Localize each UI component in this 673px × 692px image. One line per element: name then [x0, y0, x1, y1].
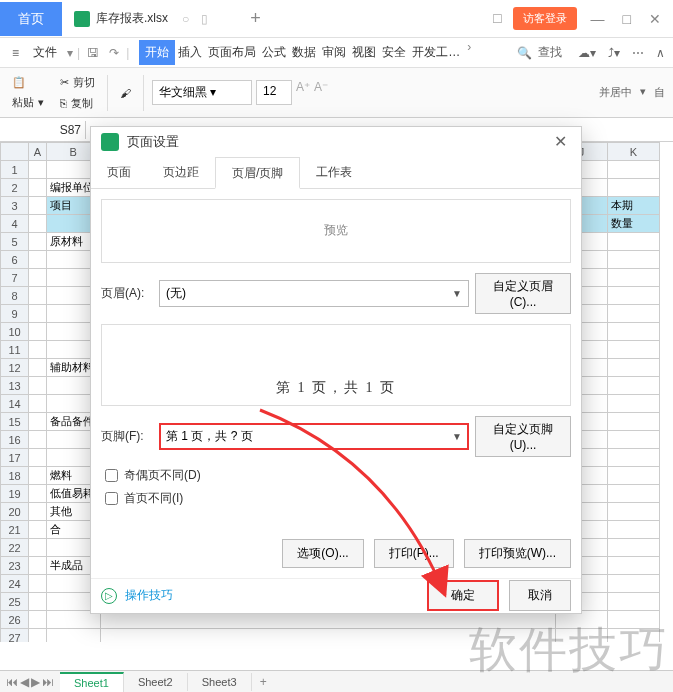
row-header[interactable]: 24: [1, 575, 29, 593]
row-header[interactable]: 18: [1, 467, 29, 485]
decrease-font-icon[interactable]: A⁻: [314, 80, 328, 105]
row-header[interactable]: 20: [1, 503, 29, 521]
sheet-nav-first[interactable]: ⏮: [6, 675, 18, 689]
collapse-ribbon-icon[interactable]: ∧: [656, 46, 665, 60]
search-label[interactable]: 查找: [538, 44, 562, 61]
cancel-button[interactable]: 取消: [509, 580, 571, 611]
row-header[interactable]: 7: [1, 269, 29, 287]
maximize-button[interactable]: □: [619, 7, 635, 31]
share-icon[interactable]: ⤴▾: [608, 46, 620, 60]
footer-select[interactable]: 第 1 页，共 ? 页▼: [159, 423, 469, 450]
chevron-down-icon: ▼: [452, 288, 462, 299]
sheet-nav-next[interactable]: ▶: [31, 675, 40, 689]
row-header[interactable]: 26: [1, 611, 29, 629]
row-header[interactable]: 27: [1, 629, 29, 643]
dialog-close-button[interactable]: ✕: [550, 128, 571, 155]
col-header[interactable]: A: [29, 143, 46, 161]
file-tab[interactable]: 库存报表.xlsx ○ ▯: [62, 4, 220, 33]
ribbon-tab-security[interactable]: 安全: [379, 40, 409, 65]
add-sheet-button[interactable]: +: [252, 675, 275, 689]
odd-even-checkbox[interactable]: [105, 469, 118, 482]
ribbon-tab-data[interactable]: 数据: [289, 40, 319, 65]
odd-even-label: 奇偶页不同(D): [124, 467, 201, 484]
print-button[interactable]: 打印(P)...: [374, 539, 454, 568]
row-header[interactable]: 6: [1, 251, 29, 269]
home-tab[interactable]: 首页: [0, 2, 62, 36]
copy-button[interactable]: ⎘复制: [56, 94, 97, 113]
dialog-tab-header-footer[interactable]: 页眉/页脚: [215, 157, 300, 189]
row-header[interactable]: 16: [1, 431, 29, 449]
row-header[interactable]: 13: [1, 377, 29, 395]
print-preview-button[interactable]: 打印预览(W)...: [464, 539, 571, 568]
guest-login-button[interactable]: 访客登录: [513, 7, 577, 30]
row-header[interactable]: 9: [1, 305, 29, 323]
first-page-checkbox[interactable]: [105, 492, 118, 505]
ribbon-tab-page-layout[interactable]: 页面布局: [205, 40, 259, 65]
hamburger-icon[interactable]: ≡: [8, 42, 23, 64]
sheet-nav-last[interactable]: ⏭: [42, 675, 54, 689]
file-menu[interactable]: 文件: [27, 40, 63, 65]
row-header[interactable]: 23: [1, 557, 29, 575]
format-painter-button[interactable]: 🖌: [116, 85, 135, 101]
font-name-select[interactable]: 华文细黑 ▾: [152, 80, 252, 105]
row-header[interactable]: 25: [1, 593, 29, 611]
row-header[interactable]: 12: [1, 359, 29, 377]
header-select[interactable]: (无)▼: [159, 280, 469, 307]
paste-label[interactable]: 粘贴▾: [8, 93, 48, 112]
row-header[interactable]: 1: [1, 161, 29, 179]
ribbon-tab-formula[interactable]: 公式: [259, 40, 289, 65]
window-close-button[interactable]: ✕: [645, 7, 665, 31]
row-header[interactable]: 3: [1, 197, 29, 215]
help-icon[interactable]: ▷: [101, 588, 117, 604]
row-header[interactable]: 5: [1, 233, 29, 251]
custom-header-button[interactable]: 自定义页眉(C)...: [475, 273, 571, 314]
options-button[interactable]: 选项(O)...: [282, 539, 363, 568]
dialog-tab-sheet[interactable]: 工作表: [300, 157, 368, 188]
col-header[interactable]: K: [607, 143, 659, 161]
header-preview-box: 预览: [101, 199, 571, 263]
row-header[interactable]: 10: [1, 323, 29, 341]
row-header[interactable]: 11: [1, 341, 29, 359]
row-header[interactable]: 2: [1, 179, 29, 197]
row-header[interactable]: 17: [1, 449, 29, 467]
select-all-corner[interactable]: [1, 143, 29, 161]
custom-footer-button[interactable]: 自定义页脚(U)...: [475, 416, 571, 457]
redo-icon[interactable]: ↷: [106, 46, 122, 60]
row-header[interactable]: 15: [1, 413, 29, 431]
row-header[interactable]: 14: [1, 395, 29, 413]
name-box[interactable]: S87: [0, 121, 86, 139]
sheet-tab-3[interactable]: Sheet3: [188, 673, 252, 691]
minimize-button[interactable]: —: [587, 7, 609, 31]
ribbon-tab-view[interactable]: 视图: [349, 40, 379, 65]
ribbon-tab-review[interactable]: 审阅: [319, 40, 349, 65]
sheet-tab-1[interactable]: Sheet1: [60, 672, 124, 692]
row-header[interactable]: 21: [1, 521, 29, 539]
cell[interactable]: [46, 629, 100, 643]
ribbon-tab-insert[interactable]: 插入: [175, 40, 205, 65]
ok-button[interactable]: 确定: [427, 580, 499, 611]
new-tab-button[interactable]: +: [240, 8, 271, 29]
auto-button[interactable]: 自: [654, 85, 665, 100]
bell-icon[interactable]: ☐: [492, 12, 503, 26]
watermark-text: 软件技巧: [469, 618, 669, 682]
sheet-nav-prev[interactable]: ◀: [20, 675, 29, 689]
ribbon-tab-developer[interactable]: 开发工…: [409, 40, 463, 65]
chevron-down-icon: ▼: [452, 431, 462, 442]
paste-button[interactable]: 📋: [8, 74, 30, 91]
cut-button[interactable]: ✂剪切: [56, 73, 99, 92]
help-link[interactable]: 操作技巧: [125, 587, 173, 604]
row-header[interactable]: 22: [1, 539, 29, 557]
increase-font-icon[interactable]: A⁺: [296, 80, 310, 105]
ribbon-tab-start[interactable]: 开始: [139, 40, 175, 65]
dialog-tab-margins[interactable]: 页边距: [147, 157, 215, 188]
font-size-select[interactable]: 12: [256, 80, 292, 105]
save-icon[interactable]: 🖫: [84, 46, 102, 60]
cloud-icon[interactable]: ☁▾: [578, 46, 596, 60]
row-header[interactable]: 8: [1, 287, 29, 305]
more-icon[interactable]: ⋯: [632, 46, 644, 60]
sheet-tab-2[interactable]: Sheet2: [124, 673, 188, 691]
dialog-tab-page[interactable]: 页面: [91, 157, 147, 188]
row-header[interactable]: 19: [1, 485, 29, 503]
merge-center-button[interactable]: 并居中: [599, 85, 632, 100]
row-header[interactable]: 4: [1, 215, 29, 233]
